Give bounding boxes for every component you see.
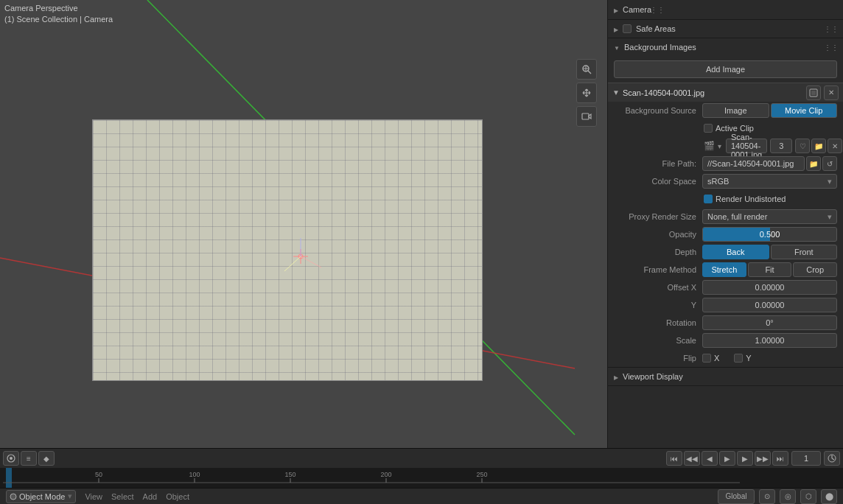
svg-point-30 [10,457,13,460]
clip-heart-icon[interactable]: ♡ [795,139,810,153]
svg-text:250: 250 [476,471,487,478]
clip-dropdown[interactable]: Scan-140504-0001.jpg [726,139,767,153]
zoom-tool[interactable] [576,59,597,80]
bg-images-icons: ⋮⋮ [825,41,837,53]
opacity-label: Opacity [614,230,702,239]
clip-arrow: ▾ [718,142,721,150]
snap-btn[interactable]: ⊙ [759,489,775,504]
image-render-icon[interactable] [806,85,821,100]
source-buttons: Image Movie Clip [702,103,837,118]
active-clip-checkbox-item[interactable]: Active Clip [704,124,754,133]
active-clip-checkbox[interactable] [704,124,713,133]
timeline-fps-btn[interactable] [824,451,840,466]
filepath-reload-icon[interactable]: ↺ [822,156,837,171]
source-image-btn[interactable]: Image [702,103,769,118]
viewport-title-line1: Camera Perspective [4,3,113,14]
clip-close-icon[interactable]: ✕ [828,139,842,153]
render-undistorted-checkbox[interactable] [704,195,713,203]
overlay-btn[interactable]: ◎ [780,489,796,504]
flip-x-item[interactable]: X [702,354,719,363]
current-frame[interactable]: 1 [791,451,821,466]
depth-back-btn[interactable]: Back [702,245,769,259]
frame-stretch-btn[interactable]: Stretch [702,262,746,277]
timeline-ruler[interactable]: 50 100 150 200 250 [0,468,843,488]
safe-areas-menu-icon[interactable]: ⋮⋮ [825,23,837,35]
next-keyframe-btn[interactable]: ▶ [737,451,753,466]
offset-y-value[interactable]: 0.00000 [702,298,837,312]
depth-front-btn[interactable]: Front [771,245,838,259]
offset-x-row: Offset X 0.00000 [608,279,843,296]
viewport-display-label: Viewport Display [623,372,683,381]
camera-section-header[interactable]: Camera ⋮⋮ [608,0,843,19]
viewport-display-header[interactable]: Viewport Display [608,368,843,385]
active-clip-label: Active Clip [716,124,754,133]
image-item-expand[interactable]: ▼ [612,88,620,97]
clip-number[interactable]: 3 [770,139,792,153]
object-menu[interactable]: Object [166,492,189,501]
mode-select[interactable]: Object Mode ▾ [6,490,76,503]
filepath-row: File Path: //Scan-140504-0001.jpg 📁 ↺ [608,155,843,172]
offset-y-row: Y 0.00000 [608,296,843,314]
view-menu[interactable]: View [85,492,102,501]
viewport-tools [576,59,597,127]
render-undistorted-item[interactable]: Render Undistorted [704,195,786,203]
image-item: ▼ Scan-140504-0001.jpg ✕ Bac [608,83,843,367]
viewport-shade-btn[interactable]: ⬤ [821,489,837,504]
flip-y-label: Y [746,354,751,363]
rotation-label: Rotation [614,318,702,327]
rotation-value[interactable]: 0° [702,315,837,330]
camera-view-tool[interactable] [576,106,597,127]
flip-row: Flip X Y [608,349,843,367]
clip-folder-icon[interactable]: 📁 [811,139,826,153]
timeline-list-btn[interactable]: ≡ [21,451,37,466]
add-image-button[interactable]: Add Image [614,60,837,78]
add-menu[interactable]: Add [143,492,158,501]
clip-row: 🎬 ▾ Scan-140504-0001.jpg 3 ♡ 📁 ✕ [608,137,843,155]
frame-fit-btn[interactable]: Fit [748,262,792,277]
prev-frame-btn[interactable]: ◀◀ [684,451,700,466]
colorspace-dropdown[interactable]: sRGB [702,174,837,189]
flip-x-checkbox[interactable] [702,354,711,363]
play-btn[interactable]: ▶ [719,451,735,466]
proxy-dropdown[interactable]: None, full render [702,209,837,224]
select-menu[interactable]: Select [111,492,134,501]
svg-rect-28 [811,91,816,95]
filepath-label: File Path: [614,159,702,168]
source-movie-btn[interactable]: Movie Clip [771,103,838,118]
pan-tool[interactable] [576,83,597,103]
timeline-controls: ≡ ◆ ⏮ ◀◀ ◀ ▶ ▶ ▶▶ ⏭ 1 [0,449,843,468]
camera-menu-icon[interactable]: ⋮⋮ [651,4,663,15]
mode-label: Object Mode [19,492,65,501]
next-frame-btn[interactable]: ▶▶ [755,451,771,466]
timeline-menu-btn[interactable] [3,451,19,466]
flip-checkboxes: X Y [702,354,760,363]
flip-y-checkbox[interactable] [734,354,743,363]
svg-text:100: 100 [189,471,200,478]
camera-grid [93,120,482,380]
scale-value[interactable]: 1.00000 [702,333,837,348]
filepath-value[interactable]: //Scan-140504-0001.jpg [702,156,805,171]
frame-crop-btn[interactable]: Crop [793,262,837,277]
safe-areas-checkbox[interactable] [623,24,632,33]
offset-x-value[interactable]: 0.00000 [702,280,837,295]
bg-images-menu-icon[interactable]: ⋮⋮ [825,41,837,53]
proxy-label: Proxy Render Size [614,212,702,221]
flip-y-item[interactable]: Y [734,354,751,363]
timeline-marker-btn[interactable]: ◆ [38,451,55,466]
jump-start-btn[interactable]: ⏮ [666,451,682,466]
jump-end-btn[interactable]: ⏭ [772,451,788,466]
opacity-row: Opacity 0.500 [608,225,843,243]
global-orient-btn[interactable]: Global [718,489,755,504]
safe-areas-header[interactable]: Safe Areas ⋮⋮ [608,20,843,38]
opacity-slider[interactable]: 0.500 [702,227,837,242]
xray-btn[interactable]: ⬡ [800,489,816,504]
mode-icon [10,493,17,500]
timeline-bar: ≡ ◆ ⏮ ◀◀ ◀ ▶ ▶ ▶▶ ⏭ 1 50 [0,448,843,488]
image-close-icon[interactable]: ✕ [824,85,839,100]
viewport: Camera Perspective (1) Scene Collection … [0,0,607,448]
main-layout: Camera Perspective (1) Scene Collection … [0,0,843,448]
background-images-header[interactable]: Background Images ⋮⋮ [608,38,843,56]
frame-method-row: Frame Method Stretch Fit Crop [608,261,843,279]
filepath-browse-icon[interactable]: 📁 [806,156,821,171]
prev-keyframe-btn[interactable]: ◀ [702,451,718,466]
